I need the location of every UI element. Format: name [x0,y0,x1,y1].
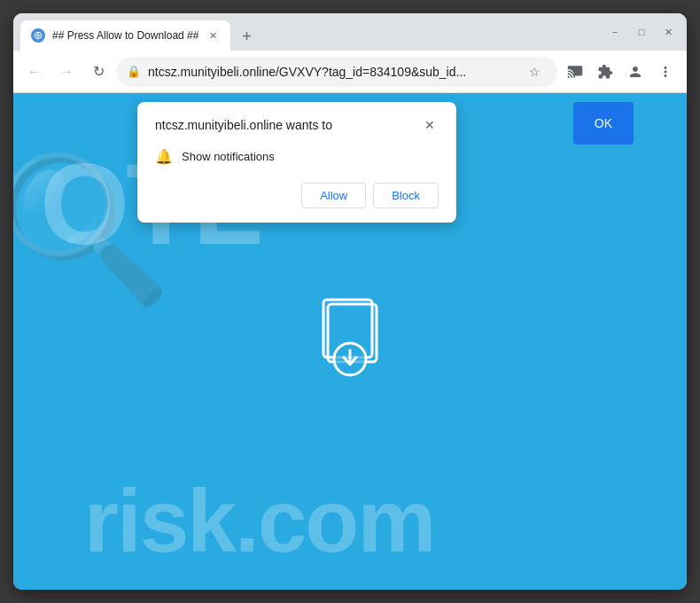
active-tab[interactable]: ## Press Allow to Download ## ✕ [20,20,230,51]
download-icon [310,295,390,384]
window-controls: − □ ✕ [607,24,680,40]
ok-button-container: OK [573,102,634,145]
tab-title: ## Press Allow to Download ## [52,29,198,42]
profile-button[interactable] [621,58,649,86]
new-tab-button[interactable]: + [234,24,259,49]
menu-button[interactable] [651,58,680,86]
address-actions: ☆ [522,59,547,84]
forward-button[interactable]: → [52,58,81,86]
content-area: 🔍 OTL risk.com ntcsz.munityibeli.online … [13,93,687,590]
dialog-close-button[interactable]: ✕ [421,116,439,134]
dialog-title: ntcsz.munityibeli.online wants to [155,118,332,132]
dialog-header: ntcsz.munityibeli.online wants to ✕ [155,116,439,134]
tab-area: ## Press Allow to Download ## ✕ + [20,13,607,51]
address-bar[interactable]: 🔒 ntcsz.munityibeli.online/GVXVY?tag_id=… [116,57,557,87]
allow-button[interactable]: Allow [301,183,366,208]
reload-button[interactable]: ↻ [84,58,113,86]
download-icon-container [310,295,390,388]
tab-close-button[interactable]: ✕ [206,28,220,43]
bell-icon: 🔔 [155,148,173,165]
maximize-button[interactable]: □ [634,24,649,40]
minimize-button[interactable]: − [607,24,623,40]
navigation-bar: ← → ↻ 🔒 ntcsz.munityibeli.online/GVXVY?t… [13,51,687,93]
lock-icon: 🔒 [127,65,141,78]
dialog-content: 🔔 Show notifications [155,145,439,168]
block-button[interactable]: Block [373,183,439,208]
bg-text-risk: risk.com [84,470,434,572]
dialog-actions: Allow Block [155,183,439,208]
cast-icon[interactable] [561,58,589,86]
dialog-notification-label: Show notifications [182,150,275,163]
close-button[interactable]: ✕ [660,24,676,40]
browser-window: ## Press Allow to Download ## ✕ + − □ ✕ … [13,13,687,590]
tab-favicon [31,28,45,43]
url-text: ntcsz.munityibeli.online/GVXVY?tag_id=83… [148,65,515,79]
toolbar-icons [561,58,680,86]
back-button[interactable]: ← [20,58,49,86]
title-bar: ## Press Allow to Download ## ✕ + − □ ✕ [13,13,687,51]
bookmark-button[interactable]: ☆ [522,59,547,84]
extensions-button[interactable] [591,58,619,86]
notification-dialog: ntcsz.munityibeli.online wants to ✕ 🔔 Sh… [137,102,456,223]
ok-button[interactable]: OK [573,102,634,145]
